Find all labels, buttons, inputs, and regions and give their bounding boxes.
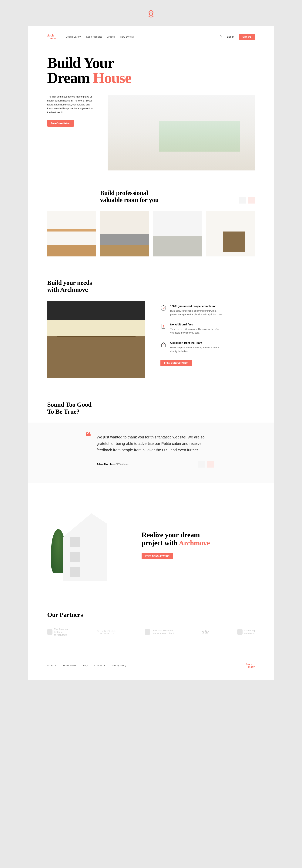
nav-design-gallery[interactable]: Design Gallery xyxy=(66,35,80,38)
shield-icon xyxy=(161,305,166,311)
feature-item: $ No additional fees There are no hidden… xyxy=(161,323,255,335)
testimonial-section: Sound Too Good To Be True? ❝ We just wan… xyxy=(47,401,255,483)
feature-title: No additional fees xyxy=(170,323,223,326)
top-logo xyxy=(147,9,155,19)
hero-image xyxy=(108,95,255,170)
partner-logo: stir xyxy=(202,629,209,634)
partners-section: Our Partners The AmericanInstituteof Arc… xyxy=(47,611,255,636)
svg-line-1 xyxy=(221,37,222,37)
partner-logo: C.F. MØLLERARCHITECTS xyxy=(97,629,116,634)
gallery-item[interactable] xyxy=(47,211,96,256)
feature-desc: Build safe, comfortable and transparent … xyxy=(170,309,223,316)
hero-title-line1: Build Your xyxy=(47,55,114,71)
partner-logo: American Society ofLandscape Architect xyxy=(145,629,174,635)
testimonial-prev-button[interactable]: ← xyxy=(198,461,205,468)
partner-icon xyxy=(237,629,242,634)
testimonial-quote: We just wanted to thank you for this fan… xyxy=(97,434,214,453)
house-icon xyxy=(161,341,166,348)
needs-cta-button[interactable]: FREE CONSULTATION xyxy=(161,360,192,366)
gallery-item[interactable] xyxy=(206,211,255,256)
feature-desc: Monitor reports from the Arsitag team wh… xyxy=(170,346,223,353)
cta-section: Realize your dream project with Archmove… xyxy=(47,505,255,585)
hero-description: The first and most trusted marketplace o… xyxy=(47,95,96,115)
feature-title: 100% guaranteed project completion xyxy=(170,305,223,308)
nav-how-it-works[interactable]: How it Works xyxy=(121,35,134,38)
testimonial-next-button[interactable]: → xyxy=(207,461,214,468)
signup-button[interactable]: Sign Up xyxy=(239,34,255,40)
needs-section: Build your needs with Archmove 100% guar… xyxy=(47,279,255,378)
partner-logo: The AmericanInstituteof Architects xyxy=(47,628,69,636)
gallery-item[interactable] xyxy=(153,211,202,256)
hero-title-line2: Dream xyxy=(47,69,93,86)
nav-articles[interactable]: Articles xyxy=(107,35,115,38)
footer-nav: About Us How it Works FAQ Contact Us Pri… xyxy=(47,664,126,667)
quote-icon: ❝ xyxy=(85,434,91,468)
gallery-title: Build professional valuable room for you xyxy=(100,189,159,204)
gallery-prev-button[interactable]: ← xyxy=(239,197,246,204)
gallery-item[interactable] xyxy=(100,211,149,256)
needs-image xyxy=(47,301,145,378)
partner-logo: marketingarchitects xyxy=(237,629,255,635)
testimonial-title: Sound Too Good To Be True? xyxy=(47,401,255,415)
cta-title: Realize your dream project with Archmove xyxy=(141,531,255,547)
footer-contact[interactable]: Contact Us xyxy=(94,664,105,667)
footer-privacy[interactable]: Privacy Policy xyxy=(112,664,126,667)
testimonial-author: Adam Morph — CEO Alfatech xyxy=(97,463,130,466)
brand-line2: move xyxy=(49,37,56,39)
brand-logo[interactable]: Arch move xyxy=(47,34,56,40)
main-nav: Design Gallery List of Architect Article… xyxy=(66,35,134,38)
nav-list-architect[interactable]: List of Architect xyxy=(86,35,102,38)
feature-title: Get escort from the Team xyxy=(170,341,223,344)
svg-text:$: $ xyxy=(163,325,164,328)
hero-title-accent: House xyxy=(93,69,131,86)
feature-item: Get escort from the Team Monitor reports… xyxy=(161,341,255,353)
gallery-next-button[interactable]: → xyxy=(248,197,255,204)
partners-title: Our Partners xyxy=(47,611,255,618)
dollar-icon: $ xyxy=(161,323,166,330)
feature-desc: There are no hidden costs. The value of … xyxy=(170,328,223,335)
hero-title: Build Your Dream House xyxy=(47,55,255,86)
cta-image xyxy=(47,505,127,585)
footer-how-it-works[interactable]: How it Works xyxy=(63,664,76,667)
gallery-section: Build professional valuable room for you… xyxy=(47,189,255,256)
partner-icon xyxy=(47,629,53,634)
free-consultation-button[interactable]: Free Consultation xyxy=(47,120,74,127)
cta-button[interactable]: FREE CONSULTATION xyxy=(141,553,173,559)
signin-link[interactable]: Sign In xyxy=(227,35,234,38)
svg-point-4 xyxy=(163,345,164,346)
partner-icon xyxy=(145,629,150,634)
svg-point-0 xyxy=(220,35,222,37)
footer-faq[interactable]: FAQ xyxy=(83,664,88,667)
needs-title: Build your needs with Archmove xyxy=(47,279,255,293)
footer: About Us How it Works FAQ Contact Us Pri… xyxy=(47,655,255,669)
header: Arch move Design Gallery List of Archite… xyxy=(47,34,255,40)
feature-item: 100% guaranteed project completion Build… xyxy=(161,305,255,316)
footer-about[interactable]: About Us xyxy=(47,664,57,667)
hero-section: Build Your Dream House The first and mos… xyxy=(47,55,255,170)
footer-brand-logo[interactable]: Arch move xyxy=(246,663,255,669)
search-icon[interactable] xyxy=(220,35,222,38)
